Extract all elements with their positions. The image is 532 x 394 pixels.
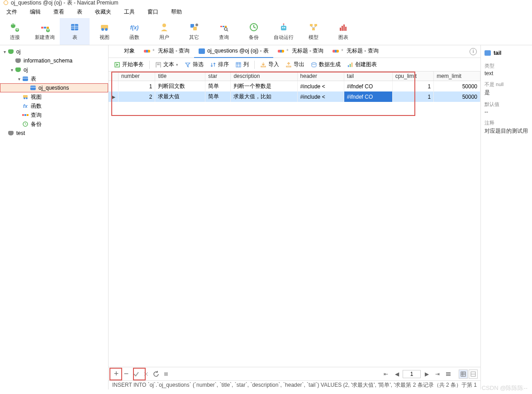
tree-item-oj[interactable]: ▾oj (0, 65, 108, 74)
stop-button[interactable] (161, 369, 171, 379)
filter-button[interactable]: 筛选 (182, 59, 206, 70)
page-input[interactable] (403, 370, 421, 378)
import-button[interactable]: 导入 (257, 59, 282, 70)
menu-item-7[interactable]: 帮助 (165, 6, 188, 18)
cell-mem_limit[interactable]: 50000 (434, 81, 480, 92)
toolbar-chart-button[interactable]: 图表 (328, 18, 358, 45)
grid-view-button[interactable] (459, 370, 468, 379)
cell-star[interactable]: 简单 (205, 81, 231, 92)
svg-point-28 (284, 27, 285, 29)
import-label: 导入 (268, 61, 279, 68)
cell-header[interactable]: #include < (297, 91, 344, 102)
cell-star[interactable]: 简单 (205, 91, 231, 102)
svg-rect-43 (22, 114, 24, 116)
cell-cpu_limit[interactable]: 1 (392, 91, 434, 102)
column-header-header[interactable]: header (297, 72, 344, 81)
tab-1[interactable]: *无标题 - 查询 (139, 45, 194, 58)
datagen-icon (311, 62, 317, 68)
cancel-button[interactable]: ✕ (141, 369, 151, 379)
text-button[interactable]: 文本 ▾ (152, 59, 181, 70)
menu-item-2[interactable]: 查看 (47, 6, 71, 18)
column-header-star[interactable]: star (205, 72, 231, 81)
tree-item-表[interactable]: ▾表 (0, 74, 108, 83)
toolbar-backup-button[interactable]: 备份 (239, 18, 269, 45)
info-icon[interactable]: i (470, 48, 477, 55)
first-page-button[interactable]: ⇤ (381, 369, 391, 379)
tab-2[interactable]: oj_questions @oj (oj) - 表 (194, 45, 273, 58)
table-row[interactable]: 1判断回文数简单判断一个整数是#include <#ifndef CO15000… (109, 81, 480, 92)
refresh-button[interactable] (151, 369, 161, 379)
tree-item-test[interactable]: test (0, 129, 108, 138)
toolbar-other-button[interactable]: 其它 (179, 18, 209, 45)
menu-item-5[interactable]: 工具 (118, 6, 141, 18)
prev-page-button[interactable]: ◀ (392, 369, 402, 379)
tab-0[interactable]: 对象 (119, 45, 139, 58)
menu-bar: 文件编辑查看表收藏夹工具窗口帮助 (0, 5, 532, 18)
menu-item-1[interactable]: 编辑 (24, 6, 47, 18)
connection-tree[interactable]: ▾ojinformation_schema▾oj▾表oj_questions视图… (0, 45, 109, 389)
export-label: 导出 (294, 61, 304, 68)
table-row[interactable]: ▶2求最大值简单求最大值，比如#include <#ifndef CO15000… (109, 91, 480, 102)
tab-3[interactable]: *无标题 - 查询 (273, 45, 328, 58)
datagen-button[interactable]: 数据生成 (308, 59, 343, 70)
cell-description[interactable]: 求最大值，比如 (231, 91, 297, 102)
add-row-button[interactable]: + (111, 369, 121, 379)
toolbar-view-button[interactable]: 视图 (90, 18, 119, 45)
cell-header[interactable]: #include < (297, 81, 344, 92)
tree-item-视图[interactable]: 视图 (0, 92, 108, 101)
last-page-button[interactable]: ⇥ (432, 369, 442, 379)
delete-row-button[interactable]: − (121, 369, 131, 379)
toolbar-plug-button[interactable]: +连接 (0, 18, 30, 45)
tree-item-oj[interactable]: ▾oj (0, 47, 108, 56)
sort-button[interactable]: 排序 (207, 59, 232, 70)
cell-mem_limit[interactable]: 50000 (434, 91, 480, 102)
form-view-button[interactable] (469, 370, 478, 379)
column-header-title[interactable]: title (155, 72, 205, 81)
cell-tail[interactable]: #ifndef CO (344, 81, 392, 92)
tab-4[interactable]: *无标题 - 查询 (328, 45, 383, 58)
tree-item-函数[interactable]: fx函数 (0, 101, 108, 111)
toolbar-table-button[interactable]: 表 (60, 18, 90, 45)
svg-rect-58 (352, 62, 352, 67)
menu-item-3[interactable]: 表 (71, 6, 89, 18)
cell-title[interactable]: 判断回文数 (155, 81, 205, 92)
menu-item-4[interactable]: 收藏夹 (89, 6, 118, 18)
toolbar-query-button[interactable]: +新建查询 (30, 18, 60, 45)
cell-tail[interactable]: #ifndef CO (344, 91, 392, 102)
next-page-button[interactable]: ▶ (422, 369, 432, 379)
svg-rect-39 (345, 27, 347, 31)
cell-cpu_limit[interactable]: 1 (392, 81, 434, 92)
data-grid[interactable]: numbertitlestardescriptionheadertailcpu_… (109, 72, 480, 102)
tree-item-查询[interactable]: 查询 (0, 111, 108, 120)
toolbar-user-button[interactable]: 用户 (149, 18, 179, 45)
column-button[interactable]: 列 (233, 59, 252, 70)
svg-rect-44 (24, 114, 26, 116)
toolbar-robot-button[interactable]: 自动运行 (269, 18, 299, 45)
tree-item-备份[interactable]: 备份 (0, 120, 108, 129)
tree-item-oj_questions[interactable]: oj_questions (0, 83, 108, 92)
toolbar-search-button[interactable]: 查询 (209, 18, 239, 45)
cell-number[interactable]: 2 (119, 91, 155, 102)
cell-number[interactable]: 1 (119, 81, 155, 92)
begin-transaction-button[interactable]: 开始事务 (111, 59, 147, 70)
svg-rect-38 (343, 24, 345, 31)
cell-title[interactable]: 求最大值 (155, 91, 205, 102)
column-header-cpu_limit[interactable]: cpu_limit (392, 72, 434, 81)
tree-item-information_schema[interactable]: information_schema (0, 56, 108, 65)
svg-point-41 (24, 97, 25, 99)
column-header-tail[interactable]: tail (344, 72, 392, 81)
column-header-mem_limit[interactable]: mem_limit (434, 72, 480, 81)
column-header-description[interactable]: description (231, 72, 297, 81)
apply-button[interactable] (131, 369, 141, 379)
create-chart-button[interactable]: 创建图表 (344, 59, 380, 70)
column-header-number[interactable]: number (119, 72, 155, 81)
menu-item-6[interactable]: 窗口 (141, 6, 165, 18)
pagination-controls: ⇤ ◀ ▶ ⇥ (381, 369, 478, 379)
toolbar-fx-button[interactable]: f(x)函数 (119, 18, 149, 45)
menu-item-0[interactable]: 文件 (0, 6, 24, 18)
toolbar-model-button[interactable]: 模型 (299, 18, 328, 45)
nav-settings-button[interactable] (443, 369, 453, 379)
svg-rect-22 (225, 26, 227, 27)
cell-description[interactable]: 判断一个整数是 (231, 81, 297, 92)
export-button[interactable]: 导出 (283, 59, 307, 70)
